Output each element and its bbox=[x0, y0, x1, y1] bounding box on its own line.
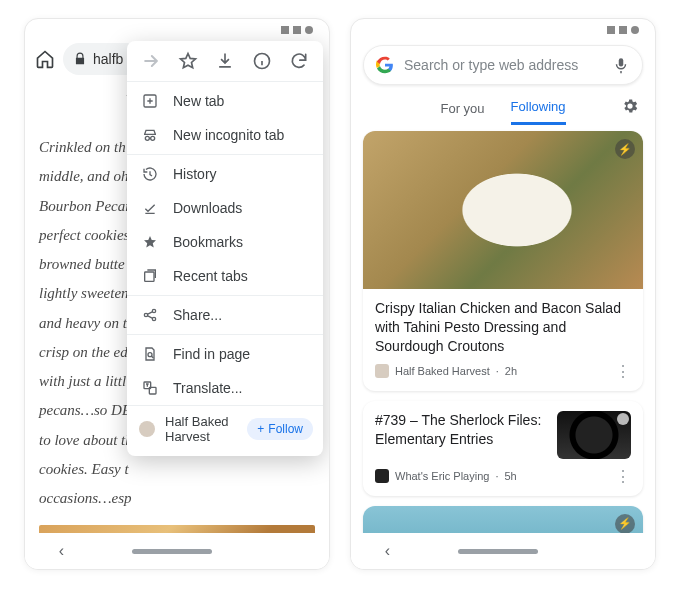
feed-card[interactable]: #739 – The Sherlock Files: Elementary En… bbox=[363, 401, 643, 496]
menu-item-label: Translate... bbox=[173, 380, 243, 396]
card-thumbnail bbox=[557, 411, 631, 459]
card-more-icon[interactable]: ⋮ bbox=[615, 362, 631, 381]
address-text: halfb bbox=[93, 51, 123, 67]
incognito-icon bbox=[141, 127, 159, 143]
status-indicator-icon bbox=[631, 26, 639, 34]
find-in-page-icon bbox=[141, 346, 159, 362]
menu-item-label: Bookmarks bbox=[173, 234, 243, 250]
status-indicator-icon bbox=[607, 26, 615, 34]
search-bar[interactable]: Search or type web address bbox=[363, 45, 643, 85]
lock-icon bbox=[73, 52, 87, 66]
follow-label: Follow bbox=[268, 422, 303, 436]
menu-follow-row: Half Baked Harvest + Follow bbox=[127, 405, 323, 452]
gear-icon[interactable] bbox=[621, 97, 639, 115]
menu-item-label: Recent tabs bbox=[173, 268, 248, 284]
translate-icon bbox=[141, 380, 159, 396]
status-indicator-icon bbox=[281, 26, 289, 34]
overflow-menu: New tab New incognito tab History Downlo… bbox=[127, 41, 323, 456]
star-filled-icon bbox=[141, 234, 159, 250]
status-indicator-icon bbox=[305, 26, 313, 34]
menu-top-actions bbox=[127, 41, 323, 79]
recent-tabs-icon bbox=[141, 268, 159, 284]
google-logo-icon bbox=[376, 56, 394, 74]
android-navbar: ‹ bbox=[25, 533, 329, 569]
amp-bolt-icon: ⚡ bbox=[615, 139, 635, 159]
status-indicator-icon bbox=[619, 26, 627, 34]
card-meta: Half Baked Harvest · 2h ⋮ bbox=[363, 362, 643, 391]
info-icon[interactable] bbox=[252, 51, 272, 71]
search-placeholder: Search or type web address bbox=[404, 57, 602, 73]
source-favicon bbox=[375, 364, 389, 378]
tab-following[interactable]: Following bbox=[511, 99, 566, 125]
menu-item-label: Find in page bbox=[173, 346, 250, 362]
menu-item-label: History bbox=[173, 166, 217, 182]
menu-item-label: New tab bbox=[173, 93, 224, 109]
amp-bolt-icon: ⚡ bbox=[615, 514, 635, 534]
forward-icon[interactable] bbox=[141, 51, 161, 71]
mic-icon[interactable] bbox=[612, 56, 630, 74]
search-row: Search or type web address bbox=[351, 41, 655, 89]
menu-item-bookmarks[interactable]: Bookmarks bbox=[127, 225, 323, 259]
android-navbar: ‹ bbox=[351, 533, 655, 569]
svg-rect-4 bbox=[145, 272, 154, 281]
home-icon[interactable] bbox=[35, 49, 55, 69]
tab-for-you[interactable]: For you bbox=[441, 101, 485, 124]
card-meta: What's Eric Playing · 5h ⋮ bbox=[375, 459, 631, 486]
menu-item-downloads[interactable]: Downloads bbox=[127, 191, 323, 225]
download-icon[interactable] bbox=[215, 51, 235, 71]
feed: ⚡ Crispy Italian Chicken and Bacon Salad… bbox=[351, 125, 655, 570]
card-title: Crispy Italian Chicken and Bacon Salad w… bbox=[363, 289, 643, 362]
svg-point-3 bbox=[151, 136, 155, 140]
history-icon bbox=[141, 166, 159, 182]
status-bar bbox=[351, 19, 655, 41]
menu-item-share[interactable]: Share... bbox=[127, 298, 323, 332]
feed-tabs: For you Following bbox=[351, 89, 655, 125]
phone-left: halfb — H A L F — H A R Crinkled on th m… bbox=[24, 18, 330, 570]
star-outline-icon[interactable] bbox=[178, 51, 198, 71]
card-time: 2h bbox=[505, 365, 517, 377]
status-indicator-icon bbox=[293, 26, 301, 34]
plus-icon: + bbox=[257, 422, 264, 436]
menu-site-name: Half Baked Harvest bbox=[165, 414, 237, 444]
svg-point-2 bbox=[145, 136, 149, 140]
refresh-icon[interactable] bbox=[289, 51, 309, 71]
status-bar bbox=[25, 19, 329, 41]
plus-box-icon bbox=[141, 93, 159, 109]
card-time: 5h bbox=[504, 470, 516, 482]
menu-item-recent-tabs[interactable]: Recent tabs bbox=[127, 259, 323, 293]
card-source: Half Baked Harvest bbox=[395, 365, 490, 377]
menu-item-label: Downloads bbox=[173, 200, 242, 216]
follow-button[interactable]: + Follow bbox=[247, 418, 313, 440]
menu-item-find[interactable]: Find in page bbox=[127, 337, 323, 371]
home-pill-icon[interactable] bbox=[458, 549, 538, 554]
menu-item-new-tab[interactable]: New tab bbox=[127, 84, 323, 118]
feed-card[interactable]: ⚡ Crispy Italian Chicken and Bacon Salad… bbox=[363, 131, 643, 391]
phone-right: Search or type web address For you Follo… bbox=[350, 18, 656, 570]
source-favicon bbox=[375, 469, 389, 483]
site-favicon bbox=[139, 421, 155, 437]
back-icon[interactable]: ‹ bbox=[385, 542, 390, 560]
card-title: #739 – The Sherlock Files: Elementary En… bbox=[375, 411, 547, 459]
menu-item-translate[interactable]: Translate... bbox=[127, 371, 323, 405]
menu-item-label: Share... bbox=[173, 307, 222, 323]
card-source: What's Eric Playing bbox=[395, 470, 489, 482]
back-icon[interactable]: ‹ bbox=[59, 542, 64, 560]
menu-item-history[interactable]: History bbox=[127, 157, 323, 191]
download-done-icon bbox=[141, 200, 159, 216]
card-more-icon[interactable]: ⋮ bbox=[615, 467, 631, 486]
card-hero-image: ⚡ bbox=[363, 131, 643, 289]
menu-item-incognito[interactable]: New incognito tab bbox=[127, 118, 323, 152]
menu-item-label: New incognito tab bbox=[173, 127, 284, 143]
share-icon bbox=[141, 307, 159, 323]
home-pill-icon[interactable] bbox=[132, 549, 212, 554]
